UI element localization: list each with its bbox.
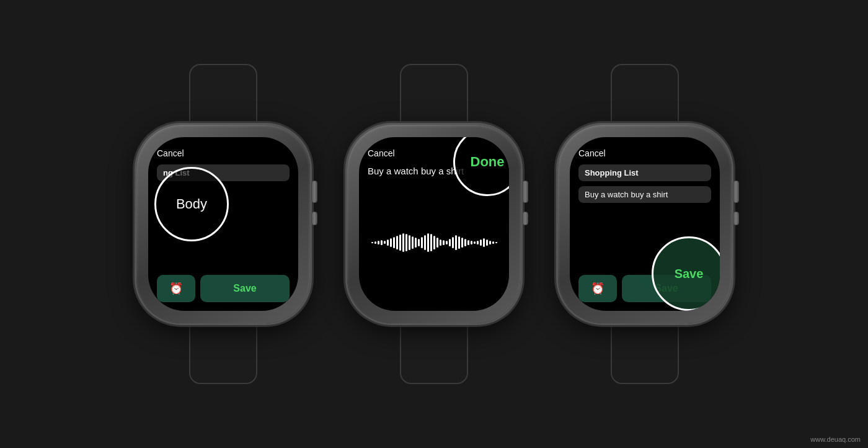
cancel-button-3[interactable]: Cancel xyxy=(578,148,606,158)
waveform-bar xyxy=(418,239,420,246)
save-highlight: Save xyxy=(652,236,720,311)
waveform-bar xyxy=(390,238,392,247)
waveform-bar xyxy=(455,235,457,250)
waveform-bar xyxy=(486,240,488,246)
waveform-bar xyxy=(405,234,407,251)
waveform-bar xyxy=(433,236,435,249)
band-top-2 xyxy=(400,64,468,126)
band-top-3 xyxy=(611,64,679,126)
waveform-bar xyxy=(492,241,494,244)
waveform-bar xyxy=(458,236,460,249)
waveform-bar xyxy=(474,241,476,244)
save-highlight-label[interactable]: Save xyxy=(675,267,704,281)
cancel-button-1[interactable]: Cancel xyxy=(157,148,184,158)
waveform-bar xyxy=(378,241,379,244)
watch-case-1: Cancel ng List ⏰ Save Body xyxy=(136,125,310,323)
watch-screen-1: Cancel ng List ⏰ Save Body xyxy=(148,137,298,311)
waveform-bar xyxy=(399,235,401,251)
waveform-bar xyxy=(483,238,485,247)
done-highlight-label[interactable]: Done xyxy=(471,154,505,170)
note-body-3[interactable]: Buy a watch buy a shirt xyxy=(578,186,711,203)
bottom-buttons-1: ⏰ Save xyxy=(157,275,290,302)
waveform-bar xyxy=(402,233,404,252)
top-bar-3: Cancel xyxy=(578,148,711,158)
waveform-bar xyxy=(384,241,386,244)
crown-1 xyxy=(311,181,317,203)
waveform-bar xyxy=(393,237,395,248)
waveform-bar xyxy=(381,240,383,245)
band-top-1 xyxy=(189,64,257,126)
waveform-bar xyxy=(421,237,423,248)
body-highlight-1: Body xyxy=(154,167,229,241)
waveform-bar xyxy=(387,240,389,246)
alarm-button-3[interactable]: ⏰ xyxy=(578,275,617,302)
waveform-bar xyxy=(461,238,463,248)
waveform-bar xyxy=(452,237,454,248)
waveform-bar xyxy=(430,234,432,251)
alarm-button-1[interactable]: ⏰ xyxy=(157,275,195,302)
alarm-icon-1: ⏰ xyxy=(169,282,183,295)
alarm-icon-3: ⏰ xyxy=(591,282,604,295)
waveform-bar xyxy=(471,241,472,244)
watch-2: Cancel Buy a watch buy a shirt Done xyxy=(347,64,521,384)
watermark: www.deuaq.com xyxy=(810,436,861,443)
waveform-bar xyxy=(495,242,497,243)
waveform-bar xyxy=(440,240,441,246)
waveform-bar xyxy=(477,241,479,244)
side-button-2 xyxy=(522,212,528,225)
side-button-3 xyxy=(733,212,739,225)
waveform xyxy=(371,230,497,255)
crown-3 xyxy=(733,181,739,203)
waveform-bar xyxy=(409,235,410,250)
watch-case-2: Cancel Buy a watch buy a shirt Done xyxy=(347,125,521,323)
waveform-area xyxy=(368,182,500,302)
waveform-bar xyxy=(446,241,448,244)
waveform-bar xyxy=(371,242,373,243)
band-bottom-2 xyxy=(400,322,468,384)
band-bottom-3 xyxy=(611,322,679,384)
waveform-bar xyxy=(424,235,426,250)
waveform-bar xyxy=(480,240,482,246)
save-button-1[interactable]: Save xyxy=(200,275,290,302)
watch-screen-2: Cancel Buy a watch buy a shirt Done xyxy=(359,137,509,311)
waveform-bar xyxy=(467,240,469,245)
waveform-bar xyxy=(436,238,438,248)
cancel-button-2[interactable]: Cancel xyxy=(368,148,395,158)
waveform-bar xyxy=(427,233,429,252)
band-bottom-1 xyxy=(189,322,257,384)
waveform-bar xyxy=(449,239,451,246)
waveform-bar xyxy=(415,238,417,248)
top-bar-1: Cancel xyxy=(157,148,290,158)
waveform-bar xyxy=(374,241,376,244)
side-button-1 xyxy=(311,212,317,225)
waveform-bar xyxy=(464,239,466,246)
waveform-bar xyxy=(443,240,445,245)
waveform-bar xyxy=(489,241,491,244)
list-title-3[interactable]: Shopping List xyxy=(578,164,711,181)
body-highlight-label: Body xyxy=(176,196,207,212)
waveform-bar xyxy=(396,236,398,249)
watch-1: Cancel ng List ⏰ Save Body xyxy=(136,64,310,384)
crown-2 xyxy=(522,181,528,203)
waveform-bar xyxy=(412,236,414,249)
watch-3: Cancel Shopping List Buy a watch buy a s… xyxy=(558,64,732,384)
watch-screen-3: Cancel Shopping List Buy a watch buy a s… xyxy=(570,137,720,311)
watch-case-3: Cancel Shopping List Buy a watch buy a s… xyxy=(558,125,732,323)
